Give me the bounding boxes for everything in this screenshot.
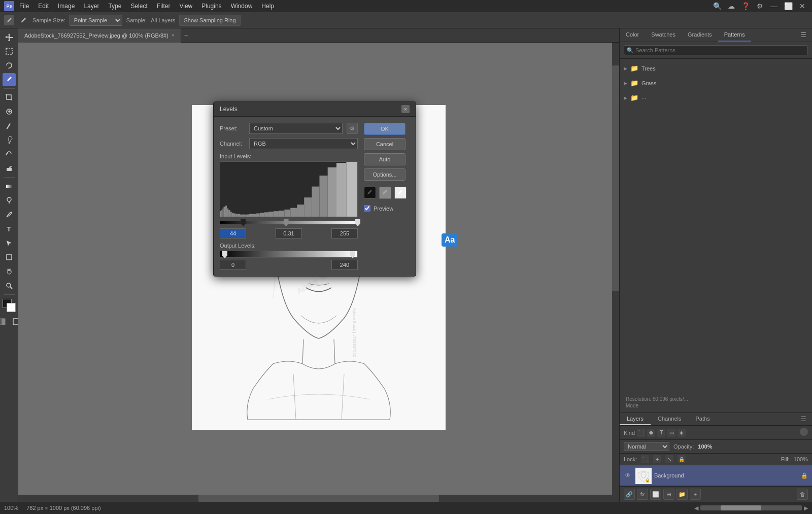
- background-color[interactable]: [7, 303, 16, 312]
- cancel-button[interactable]: Cancel: [364, 138, 405, 150]
- shape-tool-button[interactable]: [3, 251, 16, 264]
- move-tool-button[interactable]: [3, 30, 16, 44]
- new-document-button[interactable]: +: [181, 29, 191, 41]
- eraser-tool-button[interactable]: [3, 162, 16, 175]
- pattern-group-grass-header[interactable]: ▶ 📁 Grass: [624, 78, 808, 88]
- output-black-value[interactable]: [220, 260, 246, 270]
- status-nav-next[interactable]: ▶: [804, 505, 808, 511]
- menu-filter[interactable]: Filter: [153, 2, 175, 11]
- horizontal-scrollbar[interactable]: [18, 495, 619, 502]
- type-tool-button[interactable]: T: [3, 222, 16, 235]
- new-layer-button[interactable]: +: [690, 489, 701, 500]
- add-mask-button[interactable]: ⬜: [650, 489, 661, 500]
- levels-close-button[interactable]: ×: [401, 105, 410, 113]
- layer-visibility-button[interactable]: 👁: [624, 471, 632, 479]
- pattern-group-trees-header[interactable]: ▶ 📁 Trees: [624, 63, 808, 74]
- layers-panel-menu-icon[interactable]: ☰: [798, 414, 809, 425]
- add-layer-style-button[interactable]: fx: [637, 489, 648, 500]
- channel-select[interactable]: RGB Red Green Blue: [249, 138, 358, 149]
- history-brush-button[interactable]: [3, 148, 16, 161]
- auto-button[interactable]: Auto: [364, 153, 405, 165]
- layer-filter-shape-icon[interactable]: ▭: [667, 429, 675, 437]
- menu-view[interactable]: View: [175, 2, 196, 11]
- document-tab-close-button[interactable]: ×: [172, 32, 175, 38]
- maximize-icon[interactable]: ⬜: [783, 1, 794, 12]
- tab-patterns[interactable]: Patterns: [718, 28, 751, 42]
- settings-icon[interactable]: ⚙: [754, 1, 765, 12]
- white-input-handle[interactable]: [355, 219, 360, 226]
- show-sampling-ring-button[interactable]: Show Sampling Ring: [179, 15, 240, 26]
- color-swatches[interactable]: [3, 299, 16, 312]
- midtone-input-handle[interactable]: [284, 219, 289, 226]
- tab-gradients[interactable]: Gradients: [682, 28, 718, 42]
- eyedropper-tool-active-button[interactable]: [3, 73, 16, 86]
- options-button[interactable]: Options...: [364, 168, 405, 181]
- pattern-group-extra-header[interactable]: ▶ 📁 ···: [624, 92, 808, 103]
- link-layers-button[interactable]: 🔗: [624, 489, 635, 500]
- black-input-value[interactable]: [220, 228, 246, 238]
- tab-channels[interactable]: Channels: [651, 413, 688, 425]
- close-window-icon[interactable]: ✕: [797, 1, 808, 12]
- clone-stamp-button[interactable]: [3, 133, 16, 147]
- help-circle-icon[interactable]: ❓: [740, 1, 751, 12]
- new-group-button[interactable]: 📁: [676, 489, 688, 500]
- marquee-tool-button[interactable]: [3, 45, 16, 58]
- menu-window[interactable]: Window: [227, 2, 257, 11]
- crop-tool-button[interactable]: [3, 91, 16, 104]
- output-black-handle[interactable]: [222, 251, 227, 258]
- mid-input-value[interactable]: [276, 228, 302, 238]
- lock-position-button[interactable]: ✦: [653, 455, 661, 463]
- status-nav-prev[interactable]: ◀: [694, 505, 698, 511]
- preset-select[interactable]: Custom Default: [249, 123, 343, 134]
- vertical-scrollbar[interactable]: [612, 43, 619, 495]
- create-adjustment-button[interactable]: ⊕: [663, 489, 674, 500]
- layer-row[interactable]: 👁 🔒 Background 🔒: [620, 465, 812, 486]
- black-input-handle[interactable]: [241, 219, 246, 226]
- document-tab[interactable]: AdobeStock_766927552_Preview.jpeg @ 100%…: [18, 28, 181, 43]
- output-white-handle[interactable]: [350, 251, 355, 258]
- menu-plugins[interactable]: Plugins: [197, 2, 225, 11]
- search-icon[interactable]: 🔍: [712, 1, 723, 12]
- menu-layer[interactable]: Layer: [80, 2, 103, 11]
- hand-tool-button[interactable]: [3, 265, 16, 278]
- white-input-value[interactable]: [331, 228, 358, 238]
- tab-paths[interactable]: Paths: [689, 413, 717, 425]
- tab-layers[interactable]: Layers: [620, 413, 651, 425]
- quick-mask-button[interactable]: [0, 315, 9, 328]
- gray-eyedropper-button[interactable]: [379, 187, 391, 199]
- brush-tool-button[interactable]: [3, 119, 16, 132]
- menu-help[interactable]: Help: [257, 2, 278, 11]
- lock-artboards-button[interactable]: ⤡: [665, 455, 673, 463]
- output-white-value[interactable]: [331, 260, 358, 270]
- sample-size-select[interactable]: Point Sample 3 by 3 Average 5 by 5 Avera…: [70, 15, 122, 26]
- preview-checkbox[interactable]: [364, 205, 370, 212]
- menu-edit[interactable]: Edit: [34, 2, 53, 11]
- menu-file[interactable]: File: [15, 2, 33, 11]
- lock-pixels-button[interactable]: ⬛: [641, 455, 649, 463]
- spot-heal-button[interactable]: [3, 105, 16, 118]
- layer-filter-type-icon[interactable]: T: [657, 429, 665, 437]
- menu-image[interactable]: Image: [54, 2, 79, 11]
- zoom-tool-button[interactable]: [3, 279, 16, 292]
- path-selection-button[interactable]: [3, 236, 16, 250]
- preset-gear-button[interactable]: ⚙: [347, 123, 358, 134]
- panel-menu-icon[interactable]: ☰: [798, 29, 809, 41]
- tab-color[interactable]: Color: [620, 28, 645, 42]
- menu-type[interactable]: Type: [104, 2, 125, 11]
- pen-tool-button[interactable]: [3, 208, 16, 221]
- delete-layer-button[interactable]: 🗑: [797, 489, 808, 500]
- lock-all-button[interactable]: 🔒: [678, 455, 686, 463]
- patterns-search-input[interactable]: [624, 45, 808, 55]
- dodge-tool-button[interactable]: [3, 194, 16, 207]
- ok-button[interactable]: OK: [364, 123, 405, 135]
- white-eyedropper-button[interactable]: [394, 187, 407, 199]
- layer-filter-pixel-icon[interactable]: ⬛: [637, 429, 645, 437]
- layer-filter-adjust-icon[interactable]: ⬟: [647, 429, 655, 437]
- tab-swatches[interactable]: Swatches: [645, 28, 682, 42]
- menu-select[interactable]: Select: [126, 2, 151, 11]
- minimize-icon[interactable]: —: [768, 1, 780, 12]
- blend-mode-select[interactable]: Normal Multiply Screen: [624, 442, 669, 451]
- cloud-icon[interactable]: ☁: [726, 1, 737, 12]
- input-levels-slider[interactable]: [220, 219, 358, 226]
- layer-filter-smart-icon[interactable]: ◈: [678, 429, 686, 437]
